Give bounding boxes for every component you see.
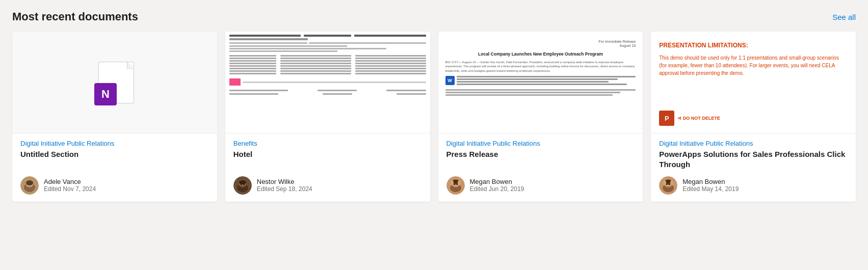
card-preview-2 xyxy=(225,32,430,133)
document-card-4[interactable]: PRESENTATION LIMITATIONS: This demo shou… xyxy=(651,32,856,202)
card-preview-3: For Immediate Release August 19 Local Co… xyxy=(438,32,643,133)
avatar-adele xyxy=(20,176,39,195)
svg-point-5 xyxy=(31,183,32,184)
card-footer-4: Megan Bowen Edited May 14, 2019 xyxy=(659,176,848,195)
card-body-1: Digital Initiative Public Relations Unti… xyxy=(12,133,217,202)
press-doc-preview: For Immediate Release August 19 Local Co… xyxy=(438,32,643,133)
svg-point-3 xyxy=(26,180,33,185)
author-name-3: Megan Bowen xyxy=(470,178,524,185)
warning-body: This demo should be used only for 1:1 pr… xyxy=(659,54,848,77)
document-card-1[interactable]: N Digital Initiative Public Relations Un… xyxy=(12,32,217,202)
avatar-megan-3 xyxy=(446,176,465,195)
press-headline: Local Company Launches New Employee Outr… xyxy=(445,51,636,57)
press-date: August 19 xyxy=(445,44,636,47)
card-footer-1: Adele Vance Edited Nov 7, 2024 xyxy=(20,176,209,195)
svg-point-21 xyxy=(458,180,461,185)
ppt-file-area: P ⊲ DO NOT DELETE xyxy=(659,111,720,126)
svg-point-26 xyxy=(666,183,667,184)
section-header: Most recent documents See all xyxy=(12,10,856,23)
card-title-3: Press Release xyxy=(446,149,635,159)
author-name-4: Megan Bowen xyxy=(682,178,739,185)
card-footer-3: Megan Bowen Edited Jun 20, 2019 xyxy=(446,176,635,195)
card-source-2[interactable]: Benefits xyxy=(233,140,422,147)
most-recent-section: Most recent documents See all N Digital … xyxy=(12,10,856,202)
card-body-3: Digital Initiative Public Relations Pres… xyxy=(438,133,643,202)
ppt-icon: P xyxy=(659,111,674,126)
author-info-3: Megan Bowen Edited Jun 20, 2019 xyxy=(470,178,524,193)
svg-point-20 xyxy=(451,180,454,185)
card-preview-4: PRESENTATION LIMITATIONS: This demo shou… xyxy=(651,32,856,133)
svg-point-11 xyxy=(244,183,245,184)
card-footer-2: Nestor Wilke Edited Sep 18, 2024 xyxy=(233,176,422,195)
avatar-megan-4 xyxy=(659,176,677,195)
warning-title: PRESENTATION LIMITATIONS: xyxy=(659,42,748,50)
card-title-2: Hotel xyxy=(233,149,422,159)
card-body-4: Digital Initiative Public Relations Powe… xyxy=(651,133,856,202)
svg-point-30 xyxy=(670,180,673,185)
hotel-doc-preview xyxy=(225,32,430,133)
svg-point-29 xyxy=(663,180,666,185)
avatar-nestor xyxy=(233,176,252,195)
word-icon: W xyxy=(445,76,455,85)
svg-point-10 xyxy=(241,183,242,184)
document-card-3[interactable]: For Immediate Release August 19 Local Co… xyxy=(438,32,643,202)
svg-point-17 xyxy=(453,183,454,184)
edited-date-3: Edited Jun 20, 2019 xyxy=(470,185,524,193)
author-info-2: Nestor Wilke Edited Sep 18, 2024 xyxy=(257,178,312,193)
card-preview-1: N xyxy=(12,32,217,133)
document-card-2[interactable]: Benefits Hotel xyxy=(225,32,430,202)
edited-date-4: Edited May 14, 2019 xyxy=(682,185,739,193)
svg-point-18 xyxy=(456,183,457,184)
author-info-1: Adele Vance Edited Nov 7, 2024 xyxy=(44,178,96,193)
card-body-2: Benefits Hotel xyxy=(225,133,430,202)
edited-date-1: Edited Nov 7, 2024 xyxy=(44,185,96,193)
do-not-delete-label: ⊲ DO NOT DELETE xyxy=(677,116,720,121)
author-info-4: Megan Bowen Edited May 14, 2019 xyxy=(682,178,739,193)
see-all-link[interactable]: See all xyxy=(832,13,856,21)
edited-date-2: Edited Sep 18, 2024 xyxy=(257,185,312,193)
cards-grid: N Digital Initiative Public Relations Un… xyxy=(12,32,856,202)
card-source-4[interactable]: Digital Initiative Public Relations xyxy=(659,140,848,147)
svg-rect-12 xyxy=(240,186,246,187)
card-title-4: PowerApps Solutions for Sales Profession… xyxy=(659,149,848,170)
card-source-1[interactable]: Digital Initiative Public Relations xyxy=(20,140,209,147)
svg-point-9 xyxy=(239,180,246,184)
card-source-3[interactable]: Digital Initiative Public Relations xyxy=(446,140,635,147)
svg-point-4 xyxy=(28,183,29,184)
svg-point-27 xyxy=(669,183,670,184)
section-title: Most recent documents xyxy=(12,10,138,23)
card-title-1: Untitled Section xyxy=(20,149,209,159)
author-name-1: Adele Vance xyxy=(44,178,96,185)
author-name-2: Nestor Wilke xyxy=(257,178,312,185)
press-release-label: For Immediate Release xyxy=(445,40,636,43)
onenote-icon: N xyxy=(94,60,135,105)
